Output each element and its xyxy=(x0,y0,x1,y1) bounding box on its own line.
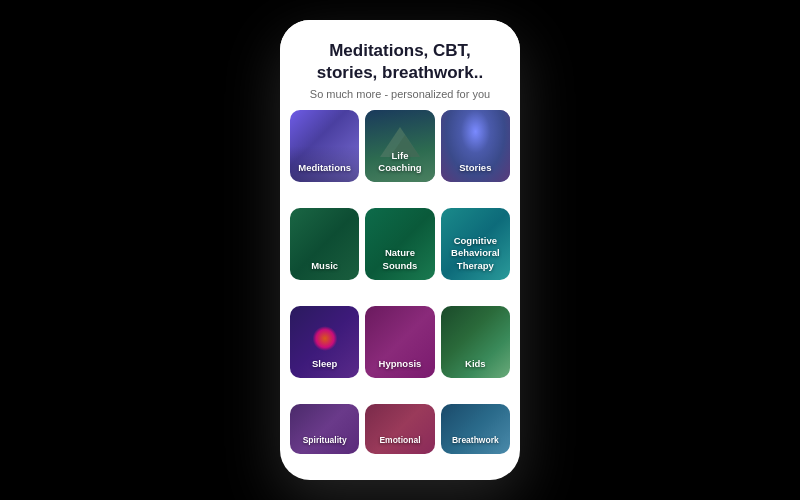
grid-item-hypnosis[interactable]: Hypnosis xyxy=(365,306,434,378)
spirituality-label: Spirituality xyxy=(303,435,347,446)
meditations-label: Meditations xyxy=(298,162,351,174)
kids-label: Kids xyxy=(465,358,486,370)
sleep-label: Sleep xyxy=(312,358,337,370)
breathwork-label: Breathwork xyxy=(452,435,499,446)
grid-item-stories[interactable]: Stories xyxy=(441,110,510,182)
phone-frame: Meditations, CBT,stories, breathwork.. S… xyxy=(280,20,520,480)
grid-item-kids[interactable]: Kids xyxy=(441,306,510,378)
emotional-label: Emotional xyxy=(379,435,420,446)
header-title: Meditations, CBT,stories, breathwork.. xyxy=(296,40,504,84)
grid-item-emotional[interactable]: Emotional xyxy=(365,404,434,454)
life-coaching-label: LifeCoaching xyxy=(378,150,421,175)
grid-item-music[interactable]: Music xyxy=(290,208,359,280)
hypnosis-label: Hypnosis xyxy=(379,358,422,370)
cbt-label: CognitiveBehavioralTherapy xyxy=(451,235,500,272)
grid-item-sleep[interactable]: Sleep xyxy=(290,306,359,378)
header: Meditations, CBT,stories, breathwork.. S… xyxy=(280,20,520,110)
grid-item-breathwork[interactable]: Breathwork xyxy=(441,404,510,454)
grid-item-meditations[interactable]: Meditations xyxy=(290,110,359,182)
grid-item-cbt[interactable]: CognitiveBehavioralTherapy xyxy=(441,208,510,280)
grid-item-nature-sounds[interactable]: NatureSounds xyxy=(365,208,434,280)
nature-sounds-label: NatureSounds xyxy=(383,247,418,272)
music-label: Music xyxy=(311,260,338,272)
grid-item-spirituality[interactable]: Spirituality xyxy=(290,404,359,454)
stories-label: Stories xyxy=(459,162,491,174)
grid-item-life-coaching[interactable]: LifeCoaching xyxy=(365,110,434,182)
header-subtitle: So much more - personalized for you xyxy=(296,88,504,100)
content-grid: Meditations LifeCoaching Stories Music N… xyxy=(280,110,520,480)
